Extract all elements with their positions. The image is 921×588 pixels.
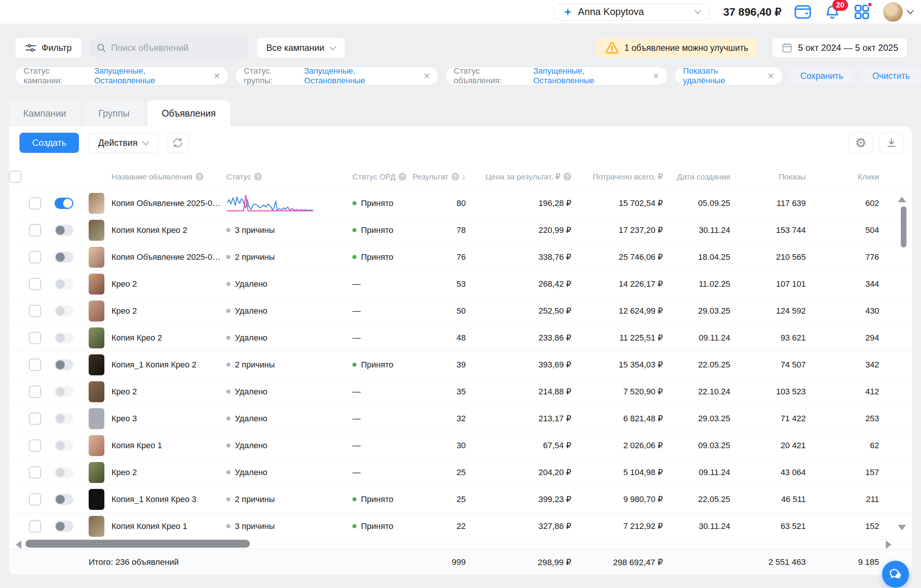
col-header-status[interactable]: Статус? <box>226 172 320 181</box>
search-input[interactable] <box>89 38 248 58</box>
horizontal-scrollbar-thumb[interactable] <box>26 540 250 547</box>
create-button[interactable]: Создать <box>20 133 79 153</box>
col-header-clk[interactable]: Клики <box>804 172 879 181</box>
ad-name[interactable]: Крео 2 <box>111 387 224 396</box>
vertical-scroll-up-arrow[interactable] <box>898 197 906 202</box>
tab-1[interactable]: Группы <box>84 100 144 126</box>
table-row[interactable]: Крео 2 Удалено — 50 252,50 ₽ 12 624,99 ₽… <box>9 297 912 325</box>
filter-chip-3[interactable]: Показать удалённые× <box>674 67 783 85</box>
table-row[interactable]: Крео 2 Удалено — 35 214,88 ₽ 7 520,90 ₽ … <box>9 378 912 405</box>
table-row[interactable]: Крео 2 Удалено — 53 268,42 ₽ 14 226,17 ₽… <box>9 271 912 297</box>
ad-name[interactable]: Копия Копия Крео 2 <box>111 226 224 235</box>
row-toggle[interactable] <box>55 413 73 424</box>
row-checkbox[interactable] <box>29 305 41 317</box>
tab-0[interactable]: Кампании <box>9 100 80 126</box>
row-checkbox[interactable] <box>29 359 41 371</box>
table-row[interactable]: Копия Крео 2 Удалено — 48 233,86 ₽ 11 22… <box>9 325 912 351</box>
table-row[interactable]: Копия Копия Крео 2 3 причины Принято 78 … <box>9 217 912 244</box>
filter-button[interactable]: Фильтр <box>15 37 82 58</box>
vertical-scroll-down-arrow[interactable] <box>898 525 906 530</box>
support-chat-button[interactable] <box>882 561 909 588</box>
tab-2[interactable]: Объявления <box>147 100 230 126</box>
ad-name[interactable]: Копия Крео 1 <box>111 441 224 450</box>
wallet-button[interactable] <box>794 5 811 19</box>
row-checkbox[interactable] <box>29 466 41 479</box>
row-toggle[interactable] <box>55 467 73 478</box>
ad-name[interactable]: Копия Объявление 2025-04... <box>111 252 224 262</box>
table-row[interactable]: Копия Объявление 2025-04... 2 причины Пр… <box>9 244 912 271</box>
row-checkbox[interactable] <box>29 493 41 505</box>
close-icon[interactable]: × <box>424 71 430 81</box>
row-toggle[interactable] <box>55 252 73 263</box>
table-row[interactable]: Копия_1 Копия Крео 2 2 причины Принято 3… <box>9 351 912 378</box>
ad-name[interactable]: Крео 2 <box>111 306 224 316</box>
ad-name[interactable]: Крео 2 <box>111 279 224 289</box>
refresh-button[interactable] <box>166 133 189 153</box>
col-header-spent[interactable]: Потрачено всего, ₽ <box>570 172 663 181</box>
help-icon[interactable]: ? <box>452 173 459 180</box>
table-row[interactable]: Копия Крео 1 Удалено — 30 67,54 ₽ 2 026,… <box>9 432 912 459</box>
col-header-date[interactable]: Дата создания <box>670 172 730 181</box>
help-icon[interactable]: ? <box>254 173 262 180</box>
services-button[interactable] <box>853 3 871 21</box>
clear-filters-button[interactable]: Очистить <box>861 67 921 85</box>
save-filters-button[interactable]: Сохранить <box>789 67 854 85</box>
date-range-button[interactable]: 5 окт 2024 — 5 окт 2025 <box>772 38 908 58</box>
close-icon[interactable]: × <box>653 71 659 81</box>
row-checkbox[interactable] <box>29 412 41 425</box>
table-row[interactable]: Копия Копия Крео 1 3 причины Принято 22 … <box>9 513 912 540</box>
row-toggle[interactable] <box>55 278 73 290</box>
improve-banner[interactable]: 1 объявление можно улучшить <box>596 38 758 58</box>
campaigns-dropdown[interactable]: Все кампании <box>256 37 345 58</box>
row-toggle[interactable] <box>55 386 73 397</box>
ad-name[interactable]: Копия_1 Копия Крео 2 <box>111 360 224 370</box>
row-toggle[interactable] <box>55 305 73 317</box>
table-row[interactable]: Копия_1 Копия Крео 3 2 причины Принято 2… <box>9 486 912 513</box>
account-selector[interactable]: Anna Kopytova <box>554 3 709 21</box>
filter-chip-0[interactable]: Статус кампании:Запущенные, Остановленны… <box>15 67 229 85</box>
ad-name[interactable]: Крео 2 <box>111 468 224 478</box>
col-header-cpr[interactable]: Цена за результат, ₽? <box>489 172 571 181</box>
row-toggle[interactable] <box>55 332 73 344</box>
ad-name[interactable]: Крео 3 <box>111 414 224 424</box>
row-toggle[interactable] <box>55 521 73 532</box>
row-toggle[interactable] <box>55 359 73 370</box>
select-all-checkbox[interactable] <box>9 171 21 183</box>
row-toggle[interactable] <box>55 440 73 451</box>
table-row[interactable]: Копия Объявление 2025-04... Принято 80 1… <box>9 190 912 217</box>
row-checkbox[interactable] <box>29 331 41 344</box>
row-checkbox[interactable] <box>29 251 41 263</box>
export-button[interactable] <box>879 132 904 153</box>
close-icon[interactable]: × <box>768 71 774 81</box>
vertical-scrollbar-thumb[interactable] <box>901 206 906 247</box>
col-header-name[interactable]: Название объявления? <box>111 172 224 181</box>
row-toggle[interactable] <box>55 494 73 505</box>
actions-dropdown[interactable]: Действия <box>88 133 158 153</box>
row-toggle[interactable] <box>55 198 73 209</box>
help-icon[interactable]: ? <box>196 173 203 180</box>
row-checkbox[interactable] <box>29 224 41 236</box>
ad-name[interactable]: Копия Крео 2 <box>111 333 224 343</box>
col-header-res[interactable]: Результат?↓ <box>404 172 466 181</box>
avatar[interactable] <box>883 2 903 22</box>
filter-chip-2[interactable]: Статус объявления:Запущенные, Остановлен… <box>445 67 668 85</box>
table-row[interactable]: Крео 3 Удалено — 32 213,17 ₽ 6 821,48 ₽ … <box>9 405 912 432</box>
table-row[interactable]: Крео 2 Удалено — 25 204,20 ₽ 5 104,98 ₽ … <box>9 459 912 486</box>
filter-chip-1[interactable]: Статус группы:Запущенные, Остановленные× <box>235 67 438 85</box>
row-toggle[interactable] <box>55 225 73 236</box>
ad-name[interactable]: Копия Объявление 2025-04... <box>111 198 224 208</box>
row-checkbox[interactable] <box>29 520 41 532</box>
row-checkbox[interactable] <box>29 197 41 210</box>
row-checkbox[interactable] <box>29 385 41 398</box>
notifications-button[interactable]: 20 <box>824 4 841 20</box>
row-checkbox[interactable] <box>29 439 41 452</box>
horizontal-scroll-right-arrow[interactable] <box>886 541 892 549</box>
row-checkbox[interactable] <box>29 278 41 290</box>
horizontal-scroll-left-arrow[interactable] <box>16 541 21 549</box>
profile-chevron-icon[interactable] <box>907 7 913 14</box>
col-header-imp[interactable]: Показы <box>731 172 806 181</box>
ad-name[interactable]: Копия_1 Копия Крео 3 <box>111 495 224 504</box>
table-settings-button[interactable]: ⚙ <box>848 132 873 153</box>
close-icon[interactable]: × <box>213 71 220 81</box>
ad-name[interactable]: Копия Копия Крео 1 <box>111 521 224 531</box>
